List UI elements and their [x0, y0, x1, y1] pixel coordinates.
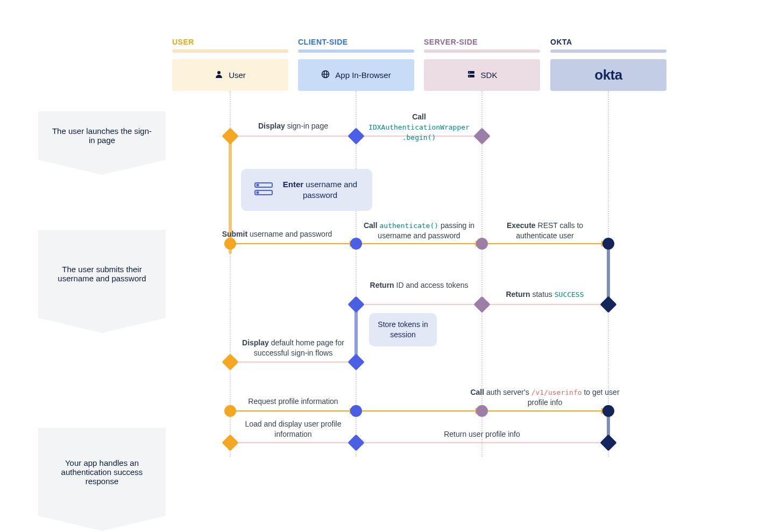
node-s4-user-t: [224, 405, 236, 417]
node-s4-okta-b: [600, 434, 616, 451]
node-s2-okta: [602, 238, 614, 250]
arrow-s3-client-user: [236, 361, 351, 363]
step-3: Your app handles an authentication succe…: [38, 428, 166, 516]
arrow-s4-client-server: [361, 410, 477, 412]
lane-box-user-label: User: [229, 70, 246, 80]
lane-bar-okta: [550, 49, 666, 53]
step-1: The user launches the sign-in page: [38, 111, 166, 160]
user-icon: [215, 70, 223, 80]
lane-label-user: USER: [172, 38, 194, 46]
label-s1-display: Display sign-in page: [236, 121, 351, 131]
lane-box-client: App In-Browser: [298, 59, 414, 91]
lane-box-server: SDK: [424, 59, 540, 91]
arrow-s1-client-user: [236, 136, 351, 137]
lane-box-server-label: SDK: [481, 70, 498, 80]
lane-box-okta: [550, 59, 666, 91]
bubble-store-text: Store tokens in session: [375, 320, 430, 340]
arrow-s3-server-client: [361, 304, 477, 305]
arrow-s2-user-client: [236, 243, 351, 244]
svg-point-7: [469, 76, 470, 77]
node-s3-okta: [600, 296, 616, 313]
lane-bar-user: [172, 49, 288, 53]
lane-box-user: User: [172, 59, 288, 91]
lane-label-server: SERVER-SIDE: [424, 38, 478, 46]
node-s2-user: [224, 238, 236, 250]
globe-icon: [321, 70, 330, 80]
lane-label-client: CLIENT-SIDE: [298, 38, 348, 46]
label-s2-call: Call authenticate() passing in username …: [359, 221, 479, 241]
form-icon: [254, 181, 273, 199]
label-s4-ret: Return user profile info: [361, 429, 602, 439]
okta-logo: [594, 67, 622, 83]
arrow-s4-client-user: [236, 442, 351, 443]
arrow-s4-server-okta: [487, 410, 602, 412]
svg-point-0: [217, 71, 221, 74]
step-2: The user submits their username and pass…: [38, 230, 166, 318]
lane-bar-client: [298, 49, 414, 53]
node-s3-client-top: [347, 296, 364, 313]
label-s4-req: Request profile information: [236, 396, 351, 407]
step-3-text: Your app handles an authentication succe…: [51, 458, 153, 486]
arrow-s2-client-server: [361, 243, 477, 244]
bubble-enter: Enter username and password: [241, 169, 372, 211]
activation-client: [354, 304, 358, 361]
arrow-s3-okta-server: [487, 304, 602, 305]
bubble-enter-text: Enter username and password: [281, 179, 359, 201]
node-s4-client-t: [350, 405, 362, 417]
arrow-s2-server-okta: [487, 243, 602, 244]
arrow-s4-user-client: [236, 410, 351, 412]
lifeline-client: [356, 91, 357, 457]
label-s4-call: Call auth server's /v1/userinfo to get u…: [463, 387, 627, 408]
label-s1-call: Call IDXAuthenticationWrapper .begin(): [361, 112, 477, 143]
step-1-text: The user launches the sign-in page: [51, 126, 153, 145]
lane-bar-server: [424, 49, 540, 53]
label-s2-exec: Execute REST calls to authenticate user: [487, 221, 602, 241]
label-s4-load: Load and display user profile informatio…: [236, 419, 351, 439]
label-s2-submit: Submit username and password: [204, 229, 350, 239]
arrow-s4-okta-client: [361, 442, 602, 443]
lane-label-okta: OKTA: [550, 38, 572, 46]
svg-point-10: [257, 185, 259, 186]
lane-box-client-label: App In-Browser: [335, 70, 391, 80]
database-icon: [467, 70, 476, 80]
svg-point-6: [469, 72, 470, 73]
label-s3-ret-tokens: Return ID and access tokens: [361, 280, 477, 290]
bubble-store: Store tokens in session: [369, 313, 437, 346]
svg-point-11: [257, 192, 259, 194]
label-s3-ret-status: Return status SUCCESS: [487, 289, 602, 300]
step-2-text: The user submits their username and pass…: [51, 265, 153, 283]
label-s3-display: Display default home page for successful…: [236, 338, 351, 358]
